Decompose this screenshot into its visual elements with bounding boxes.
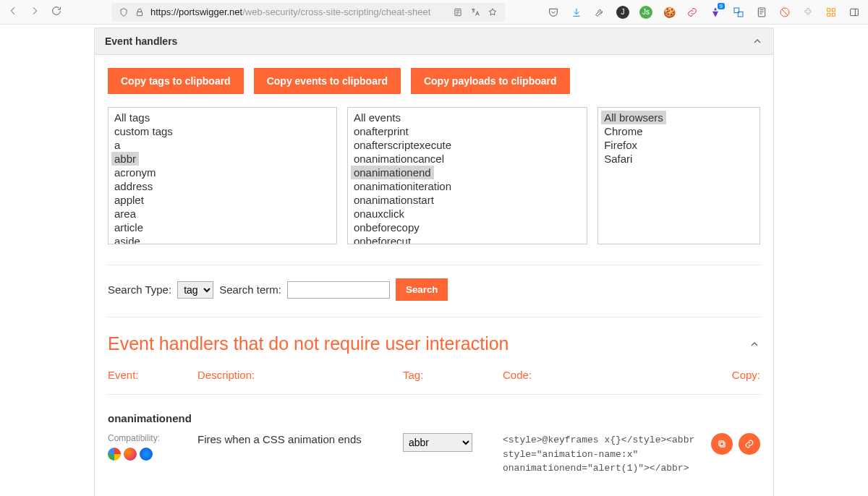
svg-rect-4 [758,8,765,17]
svg-rect-9 [832,13,835,16]
col-tag: Tag: [403,369,503,381]
list-item[interactable]: applet [111,193,333,207]
svg-rect-12 [719,441,723,445]
col-copy: Copy: [702,369,760,381]
list-item[interactable]: onafterscriptexecute [351,138,584,152]
col-code: Code: [503,369,702,381]
reader-icon[interactable] [453,7,463,17]
ext-link-icon[interactable] [686,6,699,19]
list-item[interactable]: onafterprint [351,124,584,138]
list-item[interactable]: Chrome [601,124,757,138]
ext-notes-icon[interactable] [755,6,768,19]
event-entry: onanimationend Compatibility: Fires when… [108,394,760,476]
list-item[interactable]: abbr [111,152,139,166]
svg-rect-0 [137,12,142,15]
ext-cookie-icon[interactable]: 🍪 [663,6,676,19]
pocket-icon[interactable] [547,6,560,19]
entry-tag-select[interactable]: abbr [403,433,472,452]
col-event: Event: [108,369,197,381]
list-item[interactable]: Safari [601,152,757,166]
ext-grid-icon[interactable] [825,6,838,19]
ext-block-icon[interactable] [778,6,791,19]
list-item[interactable]: article [111,221,333,234]
lock-icon [135,7,145,17]
svg-rect-11 [720,442,725,447]
back-button[interactable] [7,5,19,19]
list-item[interactable]: address [111,179,333,193]
list-item[interactable]: Firefox [601,138,757,152]
copy-events-button[interactable]: Copy events to clipboard [254,68,401,94]
address-bar[interactable]: https://portswigger.net/web-security/cro… [111,3,505,22]
list-item[interactable]: custom tags [111,124,333,138]
search-button[interactable]: Search [396,278,448,301]
svg-rect-7 [832,8,835,11]
list-item[interactable]: onauxclick [351,207,584,221]
entry-code: <style>@keyframes x{}</style><abbr style… [503,433,702,476]
shield-icon [119,7,129,17]
reload-button[interactable] [51,5,62,19]
list-item[interactable]: All events [351,111,584,124]
list-item[interactable]: onanimationend [351,166,434,179]
panel-header[interactable]: Event handlers [94,27,774,55]
list-item[interactable]: onanimationcancel [351,152,584,166]
wrench-icon[interactable] [593,6,606,19]
sidebar-toggle-icon[interactable] [848,6,861,19]
firefox-icon [124,448,137,461]
compat-label: Compatibility: [108,433,197,443]
list-item[interactable]: onbeforecut [351,234,584,244]
browsers-listbox[interactable]: All browsersChromeFirefoxSafari [597,107,760,244]
entry-event-name: onanimationend [108,412,760,424]
tags-listbox[interactable]: All tagscustom tagsaabbracronymaddressap… [108,107,337,244]
chrome-icon [108,448,121,461]
svg-rect-6 [827,8,830,11]
list-item[interactable]: onanimationstart [351,193,584,207]
ext-puzzle-icon[interactable] [801,6,814,19]
list-item[interactable]: acronym [111,166,333,179]
copy-link-button[interactable] [739,433,760,455]
search-term-label: Search term: [219,283,281,296]
browser-toolbar: https://portswigger.net/web-security/cro… [0,0,868,25]
list-item[interactable]: aside [111,234,333,244]
bookmark-star-icon[interactable] [488,7,498,17]
download-icon[interactable] [570,6,583,19]
ext-icon-j[interactable]: J [616,6,629,19]
chevron-up-icon [752,35,763,47]
ext-translate-icon[interactable] [732,6,745,19]
list-item[interactable]: a [111,138,333,152]
list-item[interactable]: All browsers [601,111,666,124]
section-no-interaction-header[interactable]: Event handlers that do not require user … [108,317,760,363]
panel-title: Event handlers [105,35,177,47]
safari-icon [140,448,153,461]
list-item[interactable]: onbeforecopy [351,221,584,234]
svg-rect-8 [827,13,830,16]
chevron-up-icon [749,338,760,350]
col-desc: Description: [197,369,403,381]
entry-description: Fires when a CSS animation ends [197,433,403,445]
list-item[interactable]: All tags [111,111,333,124]
ext-icon-green[interactable]: Js [639,6,652,19]
search-type-select[interactable]: tag [177,281,213,299]
events-listbox[interactable]: All eventsonafterprintonafterscriptexecu… [347,107,587,244]
search-type-label: Search Type: [108,283,171,296]
translate-icon[interactable] [470,7,480,17]
ext-purple-icon[interactable]: 9 [709,6,722,19]
forward-button[interactable] [29,5,41,19]
copy-code-button[interactable] [711,433,733,455]
search-term-input[interactable] [287,281,390,299]
url-text: https://portswigger.net/web-security/cro… [150,7,430,17]
copy-payloads-button[interactable]: Copy payloads to clipboard [411,68,570,94]
copy-tags-button[interactable]: Copy tags to clipboard [108,68,244,94]
list-item[interactable]: area [111,207,333,221]
svg-rect-10 [851,9,859,15]
list-item[interactable]: onanimationiteration [351,179,584,193]
